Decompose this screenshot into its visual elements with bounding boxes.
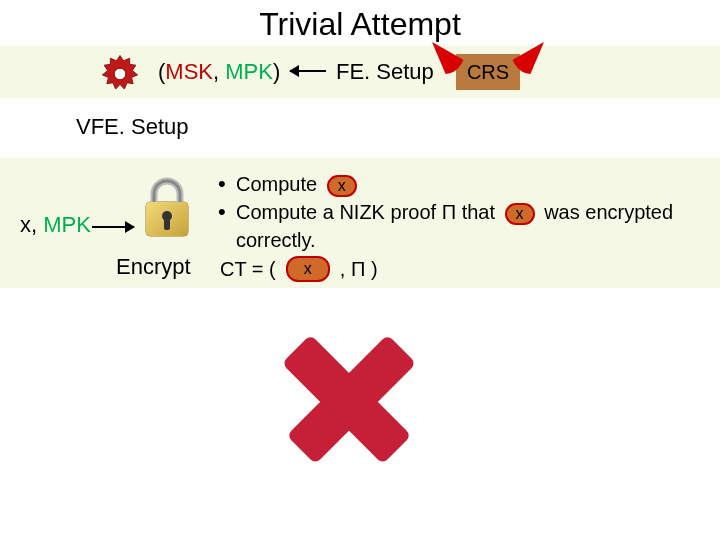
msk-text: MSK (165, 59, 213, 84)
x-badge-1: x (327, 175, 357, 197)
bullet-2-text-b: was encrypted (544, 201, 673, 223)
bullet-list: Compute x Compute a NIZK proof Π that x … (218, 170, 673, 254)
lock-icon (140, 176, 194, 244)
cross-icon (264, 312, 434, 486)
x-badge-ct: x (286, 256, 330, 282)
x-mpk-label: x, MPK (20, 212, 91, 238)
mpk-text: MPK (225, 59, 273, 84)
mpk-text-2: MPK (43, 212, 91, 237)
encrypt-row: x, MPK Encrypt Compute x Compute a NIZK … (0, 158, 720, 288)
bullet-1: Compute x (218, 170, 673, 198)
bullet-2: Compute a NIZK proof Π that x was encryp… (218, 198, 673, 254)
bullet-2-text-c: correctly. (236, 229, 316, 251)
ct-label: CT = ( (220, 258, 276, 281)
bullet-2-text-a: Compute a NIZK proof Π that (236, 201, 495, 223)
ct-line: CT = ( x , Π ) (220, 256, 378, 282)
svg-point-0 (114, 68, 125, 79)
svg-rect-4 (164, 218, 170, 230)
arrow-right-icon (92, 226, 134, 228)
gear-icon (98, 52, 142, 100)
slide-title: Trivial Attempt (0, 0, 720, 43)
fe-setup-label: FE. Setup (336, 59, 434, 85)
x-text: x (20, 212, 31, 237)
setup-row: (MSK, MPK) FE. Setup CRS (0, 46, 720, 98)
ct-mid: , Π ) (340, 258, 378, 281)
devil-horn-left-icon (432, 42, 466, 74)
arrow-left-icon (290, 70, 326, 72)
vfe-setup-label: VFE. Setup (76, 114, 189, 140)
devil-horn-right-icon (510, 42, 544, 74)
msk-mpk-label: (MSK, MPK) (158, 59, 280, 85)
encrypt-label: Encrypt (116, 254, 191, 280)
crs-box: CRS (456, 54, 520, 90)
crs-label: CRS (467, 61, 509, 84)
bullet-1-text-a: Compute (236, 173, 317, 195)
x-badge-2: x (505, 203, 535, 225)
